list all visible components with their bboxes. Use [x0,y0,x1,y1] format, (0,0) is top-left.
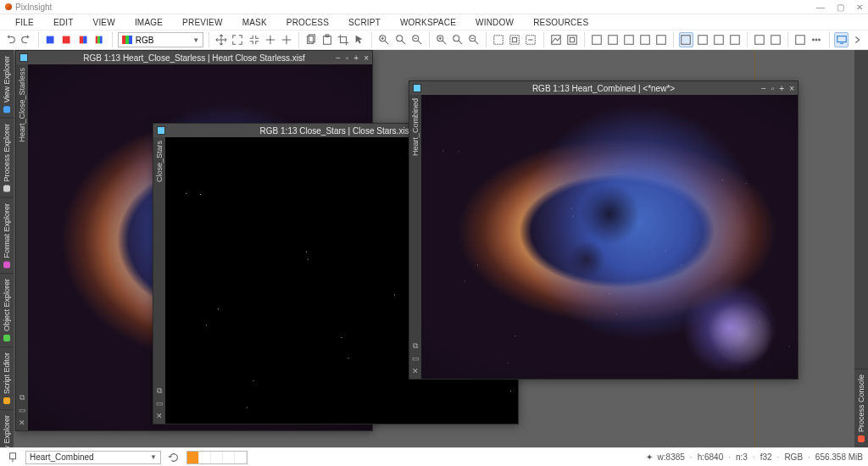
image-canvas[interactable] [421,95,798,379]
win-close-icon[interactable]: × [789,84,794,93]
svg-rect-27 [625,36,634,45]
menu-resources[interactable]: RESOURCES [533,18,588,27]
e1-icon[interactable] [753,32,766,47]
status-w: w:8385 [658,452,685,462]
menu-bar[interactable]: FILE EDIT VIEW IMAGE PREVIEW MASK PROCES… [0,14,868,30]
window-heart-combined[interactable]: RGB 1:13 Heart_Combined | <*new*> −▫+× H… [409,80,798,380]
strip-btn-3[interactable]: ✕ [155,412,164,420]
status-cs: RGB [784,452,803,462]
strip-btn-1[interactable]: ⧉ [155,386,164,395]
win-min-icon[interactable]: − [761,84,766,93]
strip-btn-2[interactable]: ▭ [18,406,26,414]
collapse-icon[interactable] [247,32,260,47]
strip-btn-2[interactable]: ▭ [411,354,420,363]
tab-object-explorer[interactable]: Object Explorer [0,273,14,347]
svg-rect-40 [837,36,846,42]
strip-btn-2[interactable]: ▭ [155,399,164,408]
d2-icon[interactable] [696,32,709,47]
strip-btn-1[interactable]: ⧉ [411,341,420,350]
win-shade-icon[interactable]: ▫ [771,84,775,93]
menu-workspace[interactable]: WORKSPACE [400,18,456,27]
menu-process[interactable]: PROCESS [287,18,329,27]
tab-view-explorer[interactable]: View Explorer [0,50,14,118]
window-titlebar[interactable]: RGB 1:13 Heart_Close_Starless | Heart Cl… [16,51,372,64]
menu-file[interactable]: FILE [15,18,34,27]
minimize-icon[interactable]: — [816,3,825,12]
sel1-icon[interactable] [492,32,505,47]
svg-point-39 [819,39,821,41]
m4-icon[interactable] [638,32,652,47]
tab-process-explorer[interactable]: Process Explorer [0,118,14,197]
strip-btn-3[interactable]: ✕ [411,367,420,375]
monitor-icon[interactable] [834,32,848,47]
menu-preview[interactable]: PREVIEW [182,18,223,27]
menu-script[interactable]: SCRIPT [348,18,381,27]
zoomin-icon[interactable] [377,32,391,47]
zoomout2-icon[interactable] [467,32,481,47]
copy-icon[interactable] [304,32,318,47]
fit-icon[interactable] [231,32,244,47]
window-icon [19,53,28,62]
prev1-icon[interactable] [548,32,562,47]
tab-format-explorer[interactable]: Format Explorer [0,197,14,274]
zoomin2-icon[interactable] [435,32,448,47]
palette4-icon[interactable] [93,32,107,47]
pointer-icon[interactable] [353,32,366,47]
menu-image[interactable]: IMAGE [135,18,163,27]
tab-history-explorer[interactable]: History Explorer [0,409,14,447]
move-icon[interactable] [214,32,228,47]
undo-icon[interactable] [3,32,17,47]
menu-window[interactable]: WINDOW [476,18,514,27]
center-icon[interactable] [264,32,277,47]
sel3-icon[interactable] [524,32,537,47]
window-controls[interactable]: — ▢ ✕ [816,3,863,12]
zoomout-icon[interactable] [410,32,424,47]
win-max-icon[interactable]: + [779,84,784,93]
strip-btn-1[interactable]: ⧉ [18,393,26,402]
m5-icon[interactable] [654,32,668,47]
tab-process-console[interactable]: Process Console [854,369,868,447]
palette1-icon[interactable] [44,32,58,47]
win-max-icon[interactable]: + [353,53,359,63]
tab-script-editor[interactable]: Script Editor [0,347,14,409]
palette2-icon[interactable] [60,32,74,47]
workspace[interactable]: View Explorer Process Explorer Format Ex… [0,50,868,447]
prev2-icon[interactable] [565,32,579,47]
m2-icon[interactable] [606,32,620,47]
window-icon [157,126,165,135]
menu-mask[interactable]: MASK [242,18,267,27]
view-selector[interactable]: RGB ▼ [118,32,204,47]
strip-btn-3[interactable]: ✕ [18,419,26,427]
status-view-combo[interactable]: Heart_Combined ▼ [25,451,161,464]
menu-edit[interactable]: EDIT [53,18,74,27]
palette3-icon[interactable] [77,32,91,47]
zoom2-icon[interactable] [451,32,465,47]
win-close-icon[interactable]: × [364,53,369,63]
zoom11-icon[interactable] [394,32,408,47]
f1-icon[interactable] [793,32,807,47]
win-min-icon[interactable]: − [336,53,341,63]
crosshair-icon[interactable] [280,32,293,47]
sel2-icon[interactable] [508,32,521,47]
d1-icon[interactable] [679,32,693,47]
status-swatches[interactable] [186,451,248,464]
crop-icon[interactable] [337,32,350,47]
window-titlebar[interactable]: RGB 1:13 Heart_Combined | <*new*> −▫+× [409,81,798,95]
svg-rect-29 [657,36,666,45]
more-icon[interactable] [851,32,865,47]
m1-icon[interactable] [590,32,604,47]
redo-icon[interactable] [19,32,33,47]
os-title-bar: PixInsight — ▢ ✕ [0,0,868,14]
paste-icon[interactable] [320,32,334,47]
e2-icon[interactable] [769,32,782,47]
overflow-icon[interactable] [810,32,823,47]
menu-view[interactable]: VIEW [93,18,115,27]
close-icon[interactable]: ✕ [856,3,863,12]
win-shade-icon[interactable]: ▫ [346,53,349,63]
maximize-icon[interactable]: ▢ [837,3,844,12]
d3-icon[interactable] [712,32,726,47]
m3-icon[interactable] [622,32,636,47]
status-refresh-icon[interactable] [166,450,181,465]
status-pin-icon[interactable] [5,450,20,465]
d4-icon[interactable] [728,32,742,47]
